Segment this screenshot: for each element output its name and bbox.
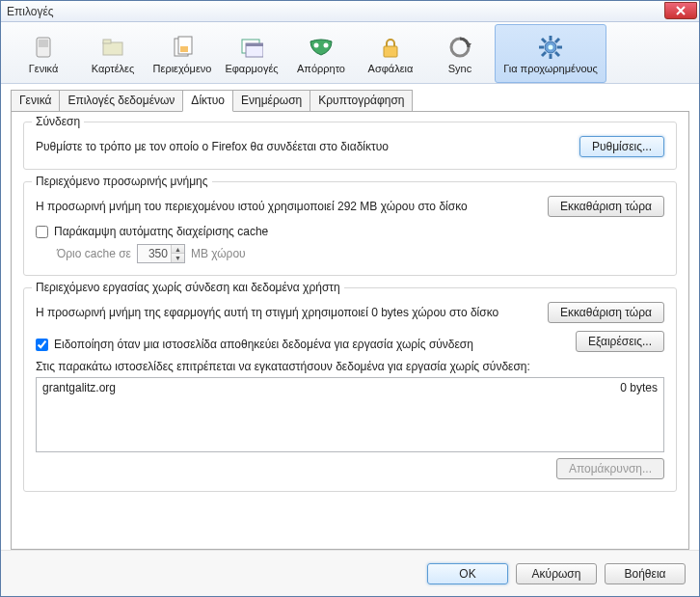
content-area: Γενικά Επιλογές δεδομένων Δίκτυο Ενημέρω… — [1, 84, 699, 550]
svg-line-22 — [555, 39, 559, 42]
subtab-general[interactable]: Γενικά — [11, 90, 60, 111]
svg-rect-2 — [103, 42, 122, 55]
cache-clear-button[interactable]: Εκκαθάριση τώρα — [548, 196, 664, 217]
svg-point-10 — [314, 42, 319, 47]
spin-down-icon[interactable]: ▼ — [171, 254, 184, 262]
category-label: Ασφάλεια — [368, 63, 414, 74]
svg-rect-1 — [39, 40, 48, 47]
offline-sites-listbox[interactable]: grantgalitz.org 0 bytes — [36, 377, 664, 452]
cancel-button[interactable]: Ακύρωση — [516, 563, 597, 584]
offline-list-desc: Στις παρακάτω ιστοσελίδες επιτρέπεται να… — [36, 360, 530, 373]
offline-notify-checkbox[interactable] — [36, 339, 48, 351]
sync-icon — [446, 34, 473, 61]
category-advanced[interactable]: Για προχωρημένους — [495, 24, 606, 83]
lock-icon — [377, 34, 404, 61]
category-label: Sync — [448, 63, 471, 74]
cache-limit-prefix: Όριο cache σε — [57, 247, 131, 260]
switch-icon — [30, 34, 57, 61]
cache-legend: Περιεχόμενο προσωρινής μνήμης — [32, 175, 212, 188]
offline-legend: Περιεχόμενο εργασίας χωρίς σύνδεση και δ… — [32, 281, 344, 294]
connection-settings-button[interactable]: Ρυθμίσεις... — [579, 136, 664, 157]
subtab-data-choices[interactable]: Επιλογές δεδομένων — [59, 90, 183, 111]
network-panel: Σύνδεση Ρυθμίστε το τρόπο με τον οποίο ο… — [11, 111, 689, 550]
category-sync[interactable]: Sync — [425, 24, 495, 83]
window-icon — [238, 34, 265, 61]
cache-override-checkbox[interactable] — [36, 226, 48, 238]
svg-point-24 — [549, 44, 553, 49]
cache-limit-input[interactable] — [138, 245, 171, 262]
cache-override-label: Παράκαμψη αυτόματης διαχείρισης cache — [54, 225, 268, 238]
connection-group: Σύνδεση Ρυθμίστε το τρόπο με τον οποίο ο… — [23, 122, 677, 170]
spinner-buttons[interactable]: ▲▼ — [171, 245, 184, 262]
offline-remove-button[interactable]: Απομάκρυνση... — [556, 458, 664, 479]
options-window: Επιλογές Γενικά Καρτέλες Περιεχόμενο Εφα… — [0, 0, 700, 597]
connection-desc: Ρυθμίστε το τρόπο με τον οποίο ο Firefox… — [36, 140, 389, 153]
subtab-bar: Γενικά Επιλογές δεδομένων Δίκτυο Ενημέρω… — [11, 90, 689, 111]
svg-line-20 — [542, 39, 546, 42]
category-tabs[interactable]: Καρτέλες — [78, 24, 148, 83]
cache-usage-text: Η προσωρινή μνήμη του περιεχομένου ιστού… — [36, 200, 468, 213]
svg-rect-6 — [180, 46, 188, 52]
category-label: Εφαρμογές — [225, 63, 278, 74]
offline-clear-button[interactable]: Εκκαθάριση τώρα — [548, 302, 664, 323]
svg-rect-9 — [246, 43, 263, 46]
cache-limit-suffix: MB χώρου — [191, 247, 246, 260]
category-content[interactable]: Περιεχόμενο — [148, 24, 217, 83]
svg-rect-3 — [103, 40, 111, 43]
offline-exceptions-button[interactable]: Εξαιρέσεις... — [576, 331, 664, 352]
svg-line-23 — [542, 52, 546, 56]
site-size: 0 bytes — [620, 381, 658, 394]
category-privacy[interactable]: Απόρρητο — [286, 24, 356, 83]
site-name: grantgalitz.org — [42, 381, 116, 394]
mask-icon — [308, 34, 335, 61]
titlebar: Επιλογές — [1, 1, 699, 22]
svg-rect-12 — [384, 46, 397, 57]
folder-icon — [99, 34, 126, 61]
help-button[interactable]: Βοήθεια — [605, 563, 686, 584]
connection-legend: Σύνδεση — [32, 115, 84, 128]
subtab-network[interactable]: Δίκτυο — [182, 90, 233, 112]
window-title: Επιλογές — [7, 5, 54, 18]
ok-button[interactable]: OK — [427, 563, 508, 584]
spin-up-icon[interactable]: ▲ — [171, 245, 184, 254]
subtab-encryption[interactable]: Κρυπτογράφηση — [310, 90, 413, 111]
svg-point-11 — [324, 42, 329, 47]
offline-notify-label: Ειδοποίηση όταν μια ιστοσελίδα αποθηκεύε… — [54, 338, 473, 351]
category-general[interactable]: Γενικά — [9, 24, 78, 83]
subtab-update[interactable]: Ενημέρωση — [232, 90, 310, 111]
list-item[interactable]: grantgalitz.org 0 bytes — [37, 378, 663, 397]
category-applications[interactable]: Εφαρμογές — [217, 24, 286, 83]
gear-icon — [537, 34, 564, 61]
category-security[interactable]: Ασφάλεια — [356, 24, 425, 83]
offline-group: Περιεχόμενο εργασίας χωρίς σύνδεση και δ… — [23, 287, 677, 492]
offline-usage-text: Η προσωρινή μνήμη της εφαρμογής αυτή τη … — [36, 306, 498, 319]
close-icon — [676, 6, 686, 15]
category-toolbar: Γενικά Καρτέλες Περιεχόμενο Εφαρμογές Απ… — [1, 22, 699, 84]
category-label: Καρτέλες — [92, 63, 135, 74]
cache-limit-spinner[interactable]: ▲▼ — [137, 244, 185, 263]
page-icon — [169, 34, 196, 61]
category-label: Για προχωρημένους — [503, 63, 598, 74]
svg-line-21 — [555, 52, 559, 56]
close-button[interactable] — [664, 2, 697, 19]
svg-marker-14 — [466, 43, 471, 47]
category-label: Περιεχόμενο — [153, 63, 212, 74]
category-label: Απόρρητο — [297, 63, 345, 74]
cache-group: Περιεχόμενο προσωρινής μνήμης Η προσωριν… — [23, 181, 677, 276]
category-label: Γενικά — [29, 63, 59, 74]
dialog-footer: OK Ακύρωση Βοήθεια — [1, 550, 699, 596]
